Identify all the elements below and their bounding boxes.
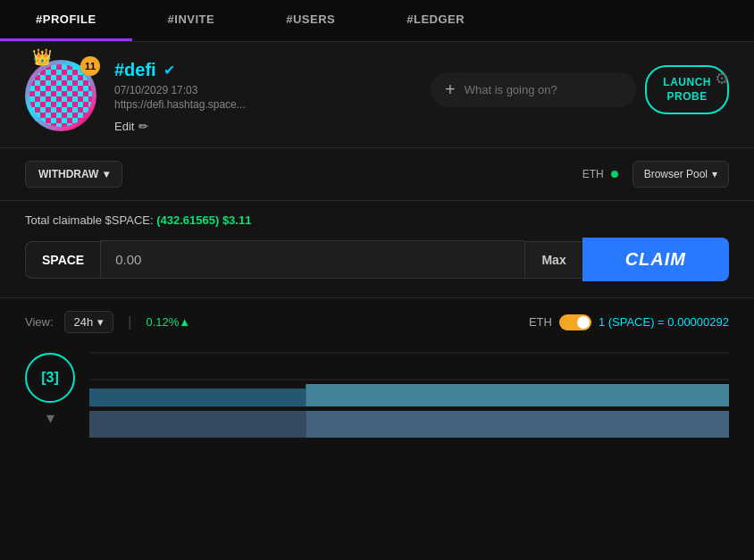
toggle-icon[interactable] <box>559 314 591 330</box>
claim-input[interactable] <box>100 240 524 279</box>
chevron-down-icon: ▾ <box>712 168 717 180</box>
time-dropdown[interactable]: 24h ▾ <box>64 311 114 333</box>
edit-label: Edit <box>114 120 134 133</box>
time-option: 24h <box>74 315 94 329</box>
pool-dropdown[interactable]: Browser Pool ▾ <box>633 161 729 188</box>
tab-ledger[interactable]: #LEDGER <box>371 0 500 41</box>
svg-rect-5 <box>306 411 729 438</box>
chevron-down-icon: ▾ <box>97 315 104 329</box>
settings-icon[interactable]: ⚙ <box>715 69 729 88</box>
avatar-wrap: 👑 11 <box>25 60 96 131</box>
rate-text: 1 (SPACE) = 0.00000292 <box>599 315 729 329</box>
svg-rect-6 <box>89 389 306 406</box>
tab-invite[interactable]: #INVITE <box>132 0 251 41</box>
profile-name-row: #defi ✔ <box>114 60 413 80</box>
max-button[interactable]: Max <box>524 241 582 279</box>
post-bar: + LAUNCH PROBE <box>431 65 729 114</box>
green-dot-icon <box>611 171 618 178</box>
svg-rect-4 <box>89 411 306 438</box>
profile-info: #defi ✔ 07/10/2029 17:03 https://defi.ha… <box>114 60 413 133</box>
claimable-amount: (432.61565) $3.11 <box>156 213 251 227</box>
space-label: SPACE <box>25 241 100 279</box>
plus-icon[interactable]: + <box>445 79 456 100</box>
chart-right: ETH 1 (SPACE) = 0.00000292 <box>529 314 729 330</box>
chart-badge-wrap: [3] ▾ <box>25 353 75 451</box>
divider: | <box>128 314 131 330</box>
badge-arrow-icon[interactable]: ▾ <box>46 408 54 428</box>
profile-section: 👑 11 #defi ✔ 07/10/2029 17:03 https://de… <box>0 42 754 148</box>
controls-bar: WITHDRAW ▾ ETH Browser Pool ▾ <box>0 148 754 201</box>
tab-profile[interactable]: #PROFILE <box>0 0 132 41</box>
verified-icon: ✔ <box>163 62 175 79</box>
chevron-down-icon: ▾ <box>104 168 109 180</box>
post-input-wrap: + <box>431 72 636 107</box>
eth-toggle-wrap: ETH <box>582 168 618 180</box>
claim-input-row: SPACE Max CLAIM <box>25 238 729 281</box>
edit-pencil-icon: ✏ <box>138 120 148 133</box>
chart-eth-label: ETH <box>529 315 552 329</box>
badge-circle[interactable]: [3] <box>25 353 75 403</box>
view-label: View: <box>25 315 54 329</box>
crown-icon: 👑 <box>32 47 52 67</box>
profile-url: https://defi.hashtag.space... <box>114 98 413 111</box>
chart-section: View: 24h ▾ | 0.12%▲ ETH 1 (SPACE) = 0.0… <box>0 298 754 451</box>
withdraw-label: WITHDRAW <box>38 168 98 180</box>
chart-controls: View: 24h ▾ | 0.12%▲ ETH 1 (SPACE) = 0.0… <box>25 311 729 333</box>
top-nav: #PROFILE #INVITE #USERS #LEDGER <box>0 0 754 42</box>
post-input[interactable] <box>465 83 623 96</box>
eth-label: ETH <box>582 168 604 180</box>
claimable-text: Total claimable $SPACE: <box>25 213 154 227</box>
claim-button[interactable]: CLAIM <box>582 238 729 281</box>
withdraw-button[interactable]: WITHDRAW ▾ <box>25 161 122 188</box>
pool-label: Browser Pool <box>644 168 708 180</box>
claimable-row: Total claimable $SPACE: (432.61565) $3.1… <box>25 213 729 227</box>
svg-rect-7 <box>306 384 729 406</box>
bar-chart <box>89 344 729 451</box>
profile-name: #defi <box>114 60 156 80</box>
profile-date: 07/10/2029 17:03 <box>114 84 413 96</box>
change-value: 0.12%▲ <box>146 315 190 329</box>
claim-section: Total claimable $SPACE: (432.61565) $3.1… <box>0 201 754 298</box>
badge-number: 11 <box>80 56 100 76</box>
tab-users[interactable]: #USERS <box>250 0 371 41</box>
edit-button[interactable]: Edit ✏ <box>114 120 413 133</box>
chart-area: [3] ▾ <box>25 344 729 451</box>
